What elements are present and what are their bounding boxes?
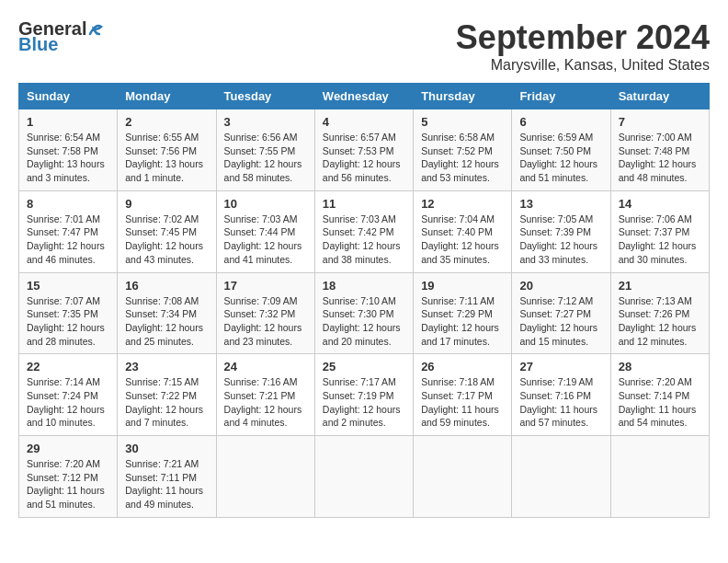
day-number: 30	[125, 442, 208, 455]
day-info: Sunrise: 7:02 AM Sunset: 7:45 PM Dayligh…	[125, 213, 208, 267]
day-number: 6	[519, 115, 602, 129]
weekday-header-sunday: Sunday	[19, 84, 118, 109]
day-number: 10	[224, 197, 307, 211]
day-number: 1	[27, 115, 109, 129]
calendar-cell: 17Sunrise: 7:09 AM Sunset: 7:32 PM Dayli…	[216, 272, 314, 354]
day-info: Sunrise: 7:16 AM Sunset: 7:21 PM Dayligh…	[224, 375, 307, 430]
calendar-cell: 15Sunrise: 7:07 AM Sunset: 7:35 PM Dayli…	[19, 272, 118, 354]
calendar-cell: 22Sunrise: 7:14 AM Sunset: 7:24 PM Dayli…	[19, 354, 118, 436]
day-number: 20	[519, 279, 602, 293]
day-info: Sunrise: 6:54 AM Sunset: 7:58 PM Dayligh…	[27, 131, 109, 185]
day-number: 16	[125, 279, 208, 293]
day-info: Sunrise: 7:05 AM Sunset: 7:39 PM Dayligh…	[519, 213, 602, 267]
day-number: 11	[323, 197, 405, 211]
day-number: 15	[27, 279, 109, 293]
day-number: 23	[125, 360, 208, 373]
day-info: Sunrise: 6:59 AM Sunset: 7:50 PM Dayligh…	[519, 131, 602, 185]
calendar-cell: 14Sunrise: 7:06 AM Sunset: 7:37 PM Dayli…	[610, 190, 709, 272]
day-info: Sunrise: 7:03 AM Sunset: 7:42 PM Dayligh…	[323, 213, 405, 267]
day-number: 21	[619, 279, 701, 293]
calendar-cell: 28Sunrise: 7:20 AM Sunset: 7:14 PM Dayli…	[610, 354, 709, 436]
calendar-cell: 18Sunrise: 7:10 AM Sunset: 7:30 PM Dayli…	[314, 272, 413, 354]
calendar-cell	[314, 436, 413, 518]
day-number: 26	[421, 360, 504, 373]
day-number: 3	[224, 115, 307, 129]
day-number: 13	[519, 197, 602, 211]
logo-arrow-icon	[87, 22, 108, 37]
weekday-header-monday: Monday	[118, 84, 216, 109]
calendar-cell: 19Sunrise: 7:11 AM Sunset: 7:29 PM Dayli…	[414, 272, 512, 354]
day-info: Sunrise: 7:14 AM Sunset: 7:24 PM Dayligh…	[27, 375, 109, 430]
day-info: Sunrise: 7:10 AM Sunset: 7:30 PM Dayligh…	[323, 294, 405, 349]
month-title: September 2024	[456, 18, 710, 57]
calendar-cell: 3Sunrise: 6:56 AM Sunset: 7:55 PM Daylig…	[216, 109, 314, 191]
calendar-table: SundayMondayTuesdayWednesdayThursdayFrid…	[18, 83, 710, 518]
day-info: Sunrise: 7:00 AM Sunset: 7:48 PM Dayligh…	[619, 131, 701, 185]
calendar-cell: 21Sunrise: 7:13 AM Sunset: 7:26 PM Dayli…	[610, 272, 709, 354]
calendar-cell: 7Sunrise: 7:00 AM Sunset: 7:48 PM Daylig…	[610, 109, 709, 191]
calendar-cell: 13Sunrise: 7:05 AM Sunset: 7:39 PM Dayli…	[512, 190, 610, 272]
calendar-cell: 2Sunrise: 6:55 AM Sunset: 7:56 PM Daylig…	[118, 109, 216, 191]
calendar-cell: 9Sunrise: 7:02 AM Sunset: 7:45 PM Daylig…	[118, 190, 216, 272]
day-info: Sunrise: 7:01 AM Sunset: 7:47 PM Dayligh…	[27, 213, 109, 267]
calendar-cell: 1Sunrise: 6:54 AM Sunset: 7:58 PM Daylig…	[19, 109, 118, 191]
day-number: 24	[224, 360, 307, 373]
day-number: 8	[27, 197, 109, 211]
day-info: Sunrise: 7:04 AM Sunset: 7:40 PM Dayligh…	[421, 213, 504, 267]
day-number: 2	[125, 115, 208, 129]
weekday-header-saturday: Saturday	[610, 84, 709, 109]
day-info: Sunrise: 7:20 AM Sunset: 7:12 PM Dayligh…	[27, 457, 109, 511]
calendar-cell: 26Sunrise: 7:18 AM Sunset: 7:17 PM Dayli…	[414, 354, 512, 436]
title-block: September 2024 Marysville, Kansas, Unite…	[456, 18, 710, 74]
day-number: 5	[421, 115, 504, 129]
day-number: 7	[619, 115, 701, 129]
day-info: Sunrise: 7:19 AM Sunset: 7:16 PM Dayligh…	[519, 375, 602, 430]
logo-blue-text: Blue	[18, 34, 58, 55]
day-info: Sunrise: 6:58 AM Sunset: 7:52 PM Dayligh…	[421, 131, 504, 185]
day-info: Sunrise: 7:20 AM Sunset: 7:14 PM Dayligh…	[619, 375, 701, 430]
calendar-cell	[216, 436, 314, 518]
day-info: Sunrise: 7:13 AM Sunset: 7:26 PM Dayligh…	[619, 294, 701, 349]
calendar-cell: 27Sunrise: 7:19 AM Sunset: 7:16 PM Dayli…	[512, 354, 610, 436]
day-number: 22	[27, 360, 109, 373]
day-info: Sunrise: 7:12 AM Sunset: 7:27 PM Dayligh…	[519, 294, 602, 349]
calendar-cell	[512, 436, 610, 518]
weekday-header-tuesday: Tuesday	[216, 84, 314, 109]
calendar-cell: 4Sunrise: 6:57 AM Sunset: 7:53 PM Daylig…	[314, 109, 413, 191]
calendar-cell: 6Sunrise: 6:59 AM Sunset: 7:50 PM Daylig…	[512, 109, 610, 191]
day-info: Sunrise: 7:11 AM Sunset: 7:29 PM Dayligh…	[421, 294, 504, 349]
calendar-cell: 25Sunrise: 7:17 AM Sunset: 7:19 PM Dayli…	[314, 354, 413, 436]
day-number: 19	[421, 279, 504, 293]
calendar-cell: 8Sunrise: 7:01 AM Sunset: 7:47 PM Daylig…	[19, 190, 118, 272]
weekday-header-friday: Friday	[512, 84, 610, 109]
day-info: Sunrise: 6:55 AM Sunset: 7:56 PM Dayligh…	[125, 131, 208, 185]
calendar-cell: 29Sunrise: 7:20 AM Sunset: 7:12 PM Dayli…	[19, 436, 118, 518]
calendar-cell	[610, 436, 709, 518]
day-number: 25	[323, 360, 405, 373]
logo: General Blue	[18, 18, 108, 55]
day-info: Sunrise: 7:17 AM Sunset: 7:19 PM Dayligh…	[323, 375, 405, 430]
day-number: 18	[323, 279, 405, 293]
calendar-cell: 5Sunrise: 6:58 AM Sunset: 7:52 PM Daylig…	[414, 109, 512, 191]
day-info: Sunrise: 7:21 AM Sunset: 7:11 PM Dayligh…	[125, 457, 208, 511]
calendar-cell: 11Sunrise: 7:03 AM Sunset: 7:42 PM Dayli…	[314, 190, 413, 272]
page-header: General Blue September 2024 Marysville, …	[18, 18, 710, 74]
location-title: Marysville, Kansas, United States	[456, 57, 710, 74]
calendar-cell: 30Sunrise: 7:21 AM Sunset: 7:11 PM Dayli…	[118, 436, 216, 518]
weekday-header-thursday: Thursday	[414, 84, 512, 109]
day-info: Sunrise: 7:06 AM Sunset: 7:37 PM Dayligh…	[619, 213, 701, 267]
day-number: 17	[224, 279, 307, 293]
day-info: Sunrise: 7:08 AM Sunset: 7:34 PM Dayligh…	[125, 294, 208, 349]
day-number: 4	[323, 115, 405, 129]
day-info: Sunrise: 6:56 AM Sunset: 7:55 PM Dayligh…	[224, 131, 307, 185]
calendar-cell: 20Sunrise: 7:12 AM Sunset: 7:27 PM Dayli…	[512, 272, 610, 354]
day-info: Sunrise: 7:15 AM Sunset: 7:22 PM Dayligh…	[125, 375, 208, 430]
calendar-cell	[414, 436, 512, 518]
calendar-cell: 23Sunrise: 7:15 AM Sunset: 7:22 PM Dayli…	[118, 354, 216, 436]
day-info: Sunrise: 6:57 AM Sunset: 7:53 PM Dayligh…	[323, 131, 405, 185]
day-number: 12	[421, 197, 504, 211]
day-info: Sunrise: 7:18 AM Sunset: 7:17 PM Dayligh…	[421, 375, 504, 430]
day-number: 27	[519, 360, 602, 373]
calendar-cell: 10Sunrise: 7:03 AM Sunset: 7:44 PM Dayli…	[216, 190, 314, 272]
day-info: Sunrise: 7:09 AM Sunset: 7:32 PM Dayligh…	[224, 294, 307, 349]
